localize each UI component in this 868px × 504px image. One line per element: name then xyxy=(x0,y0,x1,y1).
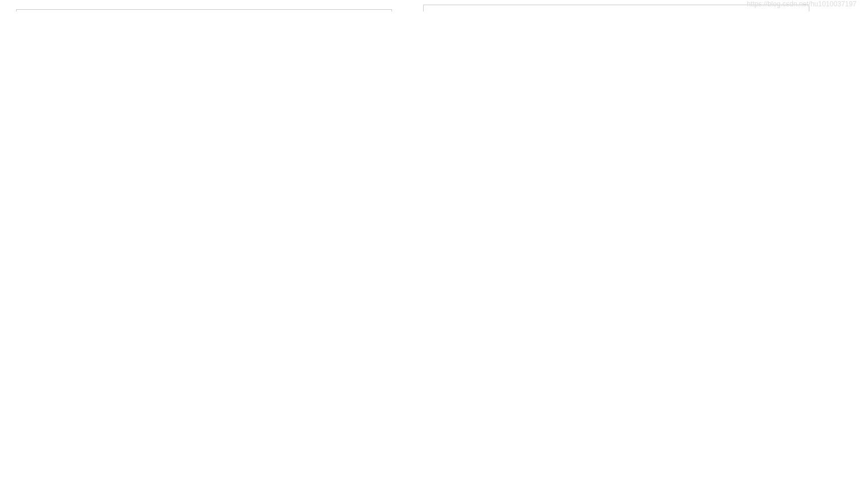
logo: RabbitMQ™ xyxy=(432,11,800,11)
watermark: https://blog.csdn.net/hu1010037197 xyxy=(747,0,857,8)
logo-text-rabbit: Rabbit xyxy=(445,11,496,11)
left-panel: RabbitMQ™ Overview Connections Channels … xyxy=(16,9,392,11)
logo-text-mq: MQ xyxy=(496,11,521,11)
